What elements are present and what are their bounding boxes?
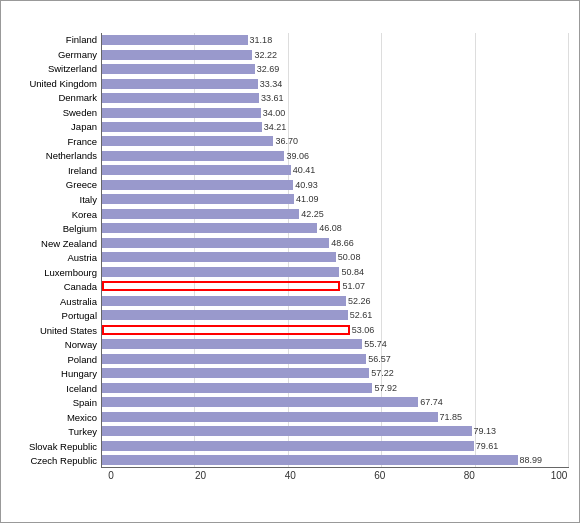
bar-value: 33.61 xyxy=(261,93,284,103)
bar-value: 33.34 xyxy=(260,79,283,89)
highlighted-bar xyxy=(102,281,340,291)
bar-value: 57.22 xyxy=(371,368,394,378)
y-label: Austria xyxy=(11,251,101,265)
bar xyxy=(102,455,518,465)
bar-row: 40.93 xyxy=(102,178,569,192)
bar-row: 34.21 xyxy=(102,120,569,134)
bar-row: 42.25 xyxy=(102,207,569,221)
y-label: Spain xyxy=(11,396,101,410)
y-label: Netherlands xyxy=(11,149,101,163)
bar xyxy=(102,122,262,132)
bar xyxy=(102,209,299,219)
bars-area: 31.1832.2232.6933.3433.6134.0034.2136.70… xyxy=(101,33,569,468)
y-label: Finland xyxy=(11,33,101,47)
bar xyxy=(102,136,273,146)
bar-row: 79.13 xyxy=(102,424,569,438)
y-label: Turkey xyxy=(11,425,101,439)
bar xyxy=(102,368,369,378)
bar-value: 50.08 xyxy=(338,252,361,262)
bar-row: 48.66 xyxy=(102,236,569,250)
x-tick: 80 xyxy=(459,470,479,481)
bar xyxy=(102,165,291,175)
x-tick: 0 xyxy=(101,470,121,481)
bar-row: 51.07 xyxy=(102,279,569,293)
bar xyxy=(102,412,438,422)
bar-row: 55.74 xyxy=(102,337,569,351)
bar xyxy=(102,50,252,60)
y-label: United States xyxy=(11,324,101,338)
y-label: Mexico xyxy=(11,411,101,425)
y-label: Slovak Republic xyxy=(11,440,101,454)
bar-value: 50.84 xyxy=(341,267,364,277)
bar-value: 31.18 xyxy=(250,35,273,45)
bar-row: 50.08 xyxy=(102,250,569,264)
y-labels: FinlandGermanySwitzerlandUnited KingdomD… xyxy=(11,33,101,468)
y-label: United Kingdom xyxy=(11,77,101,91)
bar-row: 32.22 xyxy=(102,48,569,62)
bar-row: 57.92 xyxy=(102,381,569,395)
bar-value: 48.66 xyxy=(331,238,354,248)
y-label: Luxembourg xyxy=(11,265,101,279)
bar-row: 33.34 xyxy=(102,77,569,91)
y-label: Greece xyxy=(11,178,101,192)
bar-value: 46.08 xyxy=(319,223,342,233)
y-label: Korea xyxy=(11,207,101,221)
bar-row: 50.84 xyxy=(102,265,569,279)
bar-value: 32.22 xyxy=(254,50,277,60)
bar xyxy=(102,93,259,103)
y-label: Germany xyxy=(11,48,101,62)
bar xyxy=(102,296,346,306)
bar xyxy=(102,194,294,204)
bar-value: 79.13 xyxy=(474,426,497,436)
bar-value: 67.74 xyxy=(420,397,443,407)
bar xyxy=(102,35,248,45)
y-label: Sweden xyxy=(11,106,101,120)
bar-value: 34.21 xyxy=(264,122,287,132)
bar-row: 36.70 xyxy=(102,135,569,149)
bar xyxy=(102,267,339,277)
bar-value: 57.92 xyxy=(374,383,397,393)
chart-container: FinlandGermanySwitzerlandUnited KingdomD… xyxy=(0,0,580,523)
bar xyxy=(102,354,366,364)
bar-row: 88.99 xyxy=(102,453,569,467)
bar-value: 52.26 xyxy=(348,296,371,306)
bar-value: 52.61 xyxy=(350,310,373,320)
bar-row: 53.06 xyxy=(102,323,569,337)
chart-title xyxy=(11,11,569,29)
bar-value: 88.99 xyxy=(520,455,543,465)
bar-row: 41.09 xyxy=(102,193,569,207)
y-label: Canada xyxy=(11,280,101,294)
bar-value: 53.06 xyxy=(352,325,375,335)
x-axis: 020406080100 xyxy=(101,468,569,481)
bar-value: 36.70 xyxy=(275,136,298,146)
y-label: Italy xyxy=(11,193,101,207)
bar-row: 57.22 xyxy=(102,366,569,380)
bar-row: 31.18 xyxy=(102,33,569,47)
y-label: France xyxy=(11,135,101,149)
bar-value: 41.09 xyxy=(296,194,319,204)
bar-row: 67.74 xyxy=(102,395,569,409)
bar-row: 71.85 xyxy=(102,410,569,424)
bar-value: 34.00 xyxy=(263,108,286,118)
highlighted-bar xyxy=(102,325,350,335)
bar xyxy=(102,223,317,233)
y-label: Switzerland xyxy=(11,62,101,76)
bar-value: 56.57 xyxy=(368,354,391,364)
y-label: Czech Republic xyxy=(11,454,101,468)
bar xyxy=(102,383,372,393)
bar-value: 39.06 xyxy=(286,151,309,161)
x-tick: 20 xyxy=(191,470,211,481)
y-label: Portugal xyxy=(11,309,101,323)
bar-row: 56.57 xyxy=(102,352,569,366)
y-label: New Zealand xyxy=(11,236,101,250)
bar-value: 79.61 xyxy=(476,441,499,451)
bar xyxy=(102,310,348,320)
bar-value: 40.41 xyxy=(293,165,316,175)
bar xyxy=(102,108,261,118)
y-label: Denmark xyxy=(11,91,101,105)
bar xyxy=(102,79,258,89)
y-label: Australia xyxy=(11,294,101,308)
bar xyxy=(102,426,472,436)
bar-row: 34.00 xyxy=(102,106,569,120)
x-tick: 40 xyxy=(280,470,300,481)
